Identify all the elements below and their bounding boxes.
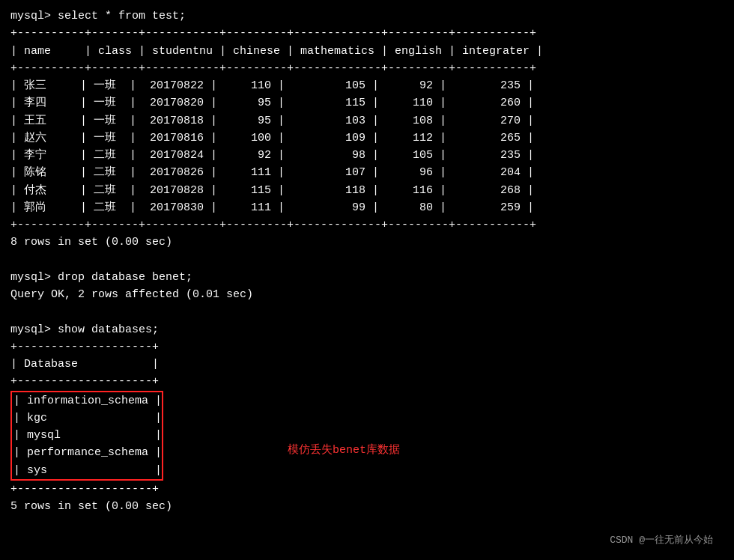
table-row: | 付杰 | 二班 | 20170828 | 115 | 118 | 116 |… <box>10 182 724 199</box>
table-header: | name | class | studentnu | chinese | m… <box>10 43 724 60</box>
blank-1 <box>10 252 724 269</box>
table-sep-top: +----------+-------+-----------+--------… <box>10 25 724 42</box>
db-row: | sys | <box>12 462 162 479</box>
db-list-box: | information_schema | | kgc | | mysql |… <box>10 391 163 481</box>
db-rows: | information_schema | | kgc | | mysql |… <box>12 392 162 479</box>
table-sep-bot: +----------+-------+-----------+--------… <box>10 216 724 234</box>
query-ok: Query OK, 2 rows affected (0.01 sec) <box>10 286 724 303</box>
table-row: | 张三 | 一班 | 20170822 | 110 | 105 | 92 | … <box>10 77 724 94</box>
db-row: | performance_schema | <box>12 444 162 461</box>
db-row: | kgc | <box>12 410 162 427</box>
command-1: mysql> select * from test; <box>10 7 724 25</box>
annotation-text: 模仿丢失benet库数据 <box>288 442 400 457</box>
db-header: | Database | <box>10 356 724 373</box>
csdn-credit: CSDN @一往无前从今始 <box>610 533 713 547</box>
db-sep-top: +--------------------+ <box>10 338 724 356</box>
db-sep-bot: +--------------------+ <box>10 481 724 498</box>
db-sep-mid: +--------------------+ <box>10 373 724 390</box>
command-3: mysql> show databases; <box>10 321 724 338</box>
table-row: | 郭尚 | 二班 | 20170830 | 111 | 99 | 80 | 2… <box>10 199 724 216</box>
rows-result-1: 8 rows in set (0.00 sec) <box>10 234 724 251</box>
table-row: | 李四 | 一班 | 20170820 | 95 | 115 | 110 | … <box>10 94 724 112</box>
table-row: | 赵六 | 一班 | 20170816 | 100 | 109 | 112 |… <box>10 130 724 147</box>
table-sep-mid: +----------+-------+-----------+--------… <box>10 60 724 77</box>
table-row: | 王五 | 一班 | 20170818 | 95 | 103 | 108 | … <box>10 112 724 130</box>
table-row: | 陈铭 | 二班 | 20170826 | 111 | 107 | 96 | … <box>10 164 724 181</box>
table-row: | 李宁 | 二班 | 20170824 | 92 | 98 | 105 | 2… <box>10 147 724 164</box>
db-row: | mysql | <box>12 427 162 444</box>
db-row: | information_schema | <box>12 392 162 410</box>
command-2: mysql> drop database benet; <box>10 269 724 286</box>
table-rows: | 张三 | 一班 | 20170822 | 110 | 105 | 92 | … <box>10 77 724 216</box>
blank-2 <box>10 303 724 320</box>
terminal: mysql> select * from test; +----------+-… <box>10 7 724 553</box>
rows-result-2: 5 rows in set (0.00 sec) <box>10 498 724 515</box>
